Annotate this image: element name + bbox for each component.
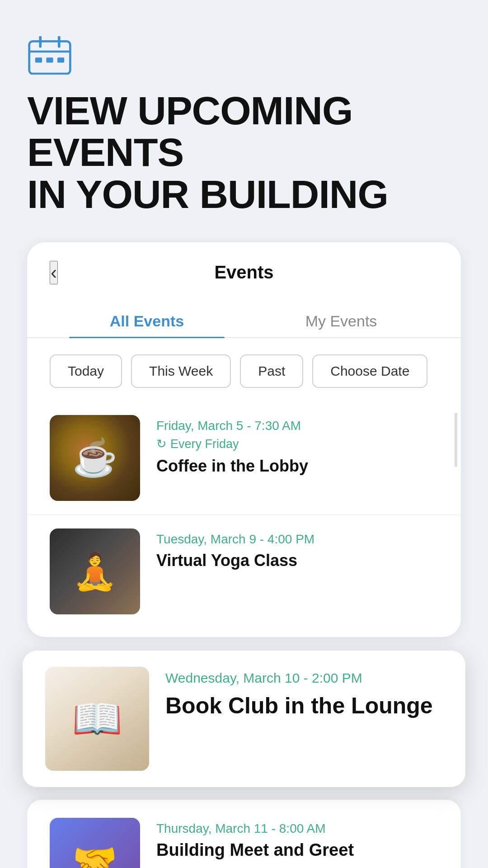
- scroll-indicator: [455, 413, 457, 467]
- event-item-coffee[interactable]: Friday, March 5 - 7:30 AM ↻ Every Friday…: [27, 401, 461, 514]
- event-item-meetgreet[interactable]: Thursday, March 11 - 8:00 AM Building Me…: [27, 800, 461, 868]
- tabs-row: All Events My Events: [27, 292, 461, 338]
- back-button[interactable]: ‹: [50, 261, 58, 284]
- header-section: VIEW UPCOMING EVENTS IN YOUR BUILDING: [27, 36, 461, 215]
- event-item-yoga[interactable]: Tuesday, March 9 - 4:00 PM Virtual Yoga …: [27, 514, 461, 628]
- event-title-bookclub: Book Club in the Lounge: [165, 692, 443, 719]
- event-info-yoga: Tuesday, March 9 - 4:00 PM Virtual Yoga …: [156, 528, 438, 571]
- expanded-card-bookclub[interactable]: Wednesday, March 10 - 2:00 PM Book Club …: [23, 651, 465, 787]
- event-date-coffee: Friday, March 5 - 7:30 AM: [156, 419, 438, 433]
- filter-past[interactable]: Past: [240, 354, 303, 388]
- filter-today[interactable]: Today: [50, 354, 122, 388]
- top-nav: ‹ Events: [27, 242, 461, 283]
- tab-all-events[interactable]: All Events: [50, 305, 244, 337]
- expanded-event-inner: Wednesday, March 10 - 2:00 PM Book Club …: [23, 651, 465, 787]
- page-title: VIEW UPCOMING EVENTS IN YOUR BUILDING: [27, 90, 461, 215]
- event-date-yoga: Tuesday, March 9 - 4:00 PM: [156, 532, 438, 547]
- event-image-yoga: [50, 528, 140, 614]
- filter-this-week[interactable]: This Week: [131, 354, 231, 388]
- filter-row: Today This Week Past Choose Date: [27, 338, 461, 397]
- event-title-meetgreet: Building Meet and Greet: [156, 840, 438, 860]
- tab-my-events[interactable]: My Events: [244, 305, 438, 337]
- calendar-icon: [27, 36, 461, 90]
- event-info-coffee: Friday, March 5 - 7:30 AM ↻ Every Friday…: [156, 415, 438, 477]
- event-title-yoga: Virtual Yoga Class: [156, 550, 438, 571]
- page-wrapper: VIEW UPCOMING EVENTS IN YOUR BUILDING ‹ …: [0, 0, 488, 868]
- event-recurring-coffee: ↻ Every Friday: [156, 437, 438, 451]
- svg-rect-6: [57, 57, 64, 62]
- event-date-meetgreet: Thursday, March 11 - 8:00 AM: [156, 821, 438, 836]
- recurring-icon: ↻: [156, 437, 167, 451]
- event-image-meetgreet: [50, 818, 140, 868]
- event-date-bookclub: Wednesday, March 10 - 2:00 PM: [165, 670, 443, 686]
- event-title-coffee: Coffee in the Lobby: [156, 456, 438, 477]
- filter-choose-date[interactable]: Choose Date: [312, 354, 427, 388]
- svg-rect-5: [46, 57, 53, 62]
- svg-rect-4: [35, 57, 42, 62]
- event-image-bookclub: [45, 667, 149, 771]
- nav-title: Events: [214, 262, 273, 283]
- events-list: Friday, March 5 - 7:30 AM ↻ Every Friday…: [27, 397, 461, 637]
- event-info-bookclub: Wednesday, March 10 - 2:00 PM Book Club …: [165, 667, 443, 719]
- event-image-coffee: [50, 415, 140, 501]
- app-card: ‹ Events All Events My Events Today This…: [27, 242, 461, 637]
- event-info-meetgreet: Thursday, March 11 - 8:00 AM Building Me…: [156, 818, 438, 868]
